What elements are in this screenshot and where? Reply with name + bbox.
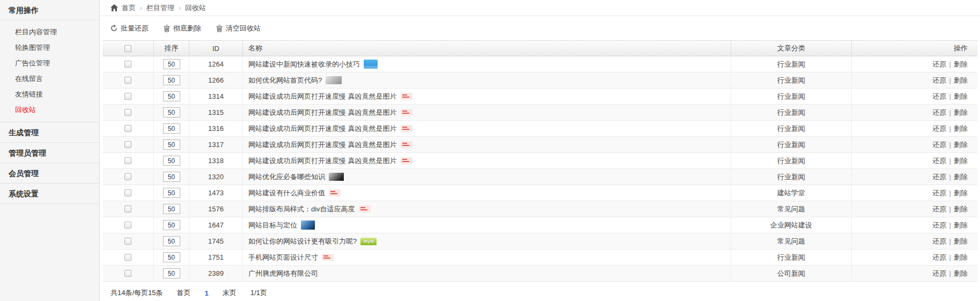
restore-link[interactable]: 还原 (933, 156, 947, 166)
delete-link[interactable]: 删除 (954, 269, 968, 278)
sidebar-section-system-settings[interactable]: 系统设置 (0, 183, 99, 204)
delete-link[interactable]: 删除 (954, 188, 968, 198)
sort-input[interactable] (163, 140, 180, 150)
article-title[interactable]: 网站建设成功后网页打开速度慢 真凶竟然是图片 (248, 124, 397, 134)
restore-link[interactable]: 还原 (933, 172, 947, 182)
sort-input[interactable] (163, 156, 180, 166)
row-checkbox[interactable] (124, 173, 131, 180)
batch-restore-button[interactable]: 批量还原 (110, 24, 149, 33)
article-title[interactable]: 网站建设成功后网页打开速度慢 真凶竟然是图片 (248, 156, 397, 166)
row-checkbox[interactable] (124, 77, 131, 84)
sort-input[interactable] (163, 220, 180, 230)
article-title[interactable]: 手机网站页面设计尺寸 (248, 253, 318, 262)
row-checkbox[interactable] (124, 189, 131, 196)
sort-input[interactable] (163, 91, 180, 101)
article-title[interactable]: 如何优化网站首页代码? (248, 76, 322, 85)
select-all-checkbox[interactable] (124, 45, 131, 52)
sort-input[interactable] (163, 188, 180, 198)
article-title[interactable]: 网站优化应必备哪些知识 (248, 172, 325, 182)
row-checkbox[interactable] (124, 109, 131, 116)
breadcrumb-column-management[interactable]: 栏目管理 (146, 3, 174, 13)
sidebar-item-column-content[interactable]: 栏目内容管理 (0, 24, 99, 40)
row-checkbox[interactable] (124, 254, 131, 261)
sort-input[interactable] (163, 236, 180, 246)
delete-link[interactable]: 删除 (954, 60, 968, 69)
row-checkbox-cell (102, 105, 154, 120)
delete-link[interactable]: 删除 (954, 237, 968, 246)
article-title[interactable]: 网站建设有什么商业价值 (248, 188, 325, 198)
sort-input[interactable] (163, 59, 180, 69)
row-id: 1317 (189, 137, 243, 152)
pagination-first-link[interactable]: 首页 (177, 288, 191, 298)
sort-input[interactable] (163, 252, 180, 262)
sort-input[interactable] (163, 172, 180, 182)
article-title[interactable]: 网站建设成功后网页打开速度慢 真凶竟然是图片 (248, 108, 397, 118)
delete-link[interactable]: 删除 (954, 76, 968, 85)
sidebar-section-administrators[interactable]: 管理员管理 (0, 143, 99, 163)
delete-link[interactable]: 删除 (954, 140, 968, 150)
article-title[interactable]: 如何让你的网站设计更有吸引力呢? (248, 237, 357, 246)
sidebar-item-ad-slots[interactable]: 广告位管理 (0, 55, 99, 71)
article-title[interactable]: 网站目标与定位 (248, 221, 297, 230)
article-title[interactable]: 网站建设成功后网页打开速度慢 真凶竟然是图片 (248, 140, 397, 150)
restore-link[interactable]: 还原 (933, 253, 947, 262)
breadcrumb-recycle-bin[interactable]: 回收站 (185, 3, 206, 13)
delete-link[interactable]: 删除 (954, 108, 968, 118)
sort-input[interactable] (163, 75, 180, 85)
restore-link[interactable]: 还原 (933, 124, 947, 134)
delete-link[interactable]: 删除 (954, 172, 968, 182)
delete-link[interactable]: 删除 (954, 124, 968, 134)
sort-input[interactable] (163, 204, 180, 214)
row-checkbox[interactable] (124, 125, 131, 132)
row-checkbox[interactable] (124, 270, 131, 277)
action-separator: | (949, 173, 951, 181)
delete-link[interactable]: 删除 (954, 204, 968, 214)
breadcrumb-home[interactable]: 首页 (122, 3, 136, 13)
restore-link[interactable]: 还原 (933, 92, 947, 101)
article-title[interactable]: 广州腾虎网络有限公司 (248, 269, 318, 278)
article-title[interactable]: 网站建设成功后网页打开速度慢 真凶竟然是图片 (248, 92, 397, 101)
restore-link[interactable]: 还原 (933, 269, 947, 278)
row-checkbox[interactable] (124, 222, 131, 229)
sort-input[interactable] (163, 107, 180, 118)
row-id: 1318 (189, 153, 243, 168)
restore-link[interactable]: 还原 (933, 188, 947, 198)
sort-input[interactable] (163, 123, 180, 134)
row-actions-cell: 还原 | 删除 (852, 249, 977, 265)
sidebar-section-members[interactable]: 会员管理 (0, 163, 99, 183)
row-actions-cell: 还原 | 删除 (852, 56, 977, 72)
restore-link[interactable]: 还原 (933, 204, 947, 214)
row-checkbox[interactable] (124, 205, 131, 212)
row-checkbox-cell (102, 201, 154, 217)
permanent-delete-button[interactable]: 彻底删除 (164, 24, 201, 33)
sidebar-item-online-messages[interactable]: 在线留言 (0, 71, 99, 86)
article-thumbnail-icon (301, 221, 315, 230)
sidebar-section-generation[interactable]: 生成管理 (0, 122, 99, 143)
delete-link[interactable]: 删除 (954, 253, 968, 262)
article-title[interactable]: 网站建设中新闻快速被收录的小技巧 (248, 60, 360, 69)
sidebar-item-friend-links[interactable]: 友情链接 (0, 86, 99, 102)
row-checkbox[interactable] (124, 61, 131, 68)
row-name-cell: 网站建设成功后网页打开速度慢 真凶竟然是图片 (243, 137, 731, 152)
delete-link[interactable]: 删除 (954, 92, 968, 101)
delete-link[interactable]: 删除 (954, 221, 968, 230)
article-title[interactable]: 网站排版布局样式：div自适应高度 (248, 204, 355, 214)
restore-link[interactable]: 还原 (933, 108, 947, 118)
restore-link[interactable]: 还原 (933, 237, 947, 246)
sidebar-item-recycle-bin[interactable]: 回收站 (0, 102, 99, 118)
restore-link[interactable]: 还原 (933, 76, 947, 85)
restore-link[interactable]: 还原 (933, 60, 947, 69)
restore-link[interactable]: 还原 (933, 140, 947, 150)
restore-link[interactable]: 还原 (933, 221, 947, 230)
row-checkbox[interactable] (124, 93, 131, 100)
pagination-current-page[interactable]: 1 (205, 289, 209, 297)
delete-link[interactable]: 删除 (954, 156, 968, 166)
sort-input[interactable] (163, 268, 180, 278)
row-checkbox[interactable] (124, 238, 131, 245)
pagination-last-link[interactable]: 末页 (223, 288, 237, 298)
empty-recycle-bin-button[interactable]: 清空回收站 (216, 24, 261, 33)
sidebar-section-common-operations[interactable]: 常用操作 (0, 0, 99, 20)
row-checkbox[interactable] (124, 141, 131, 148)
sidebar-item-carousel[interactable]: 轮换图管理 (0, 40, 99, 55)
row-checkbox[interactable] (124, 157, 131, 164)
